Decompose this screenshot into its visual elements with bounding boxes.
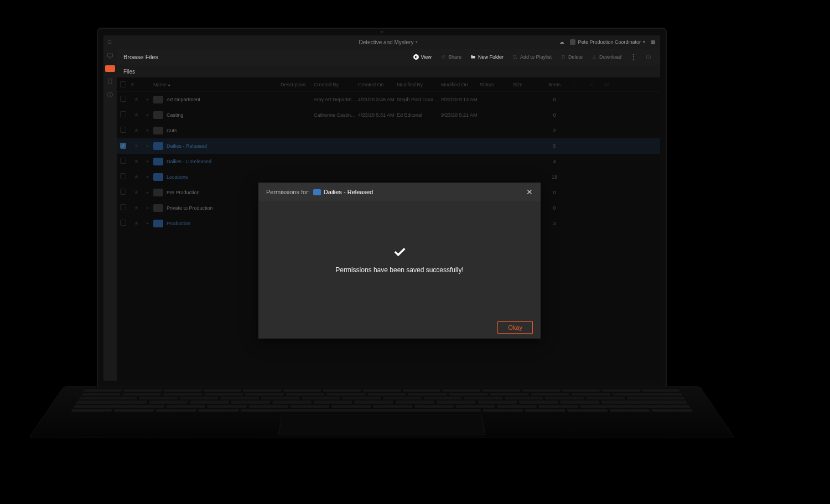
expand-icon[interactable]: ▸ [142, 174, 153, 179]
monitor-icon[interactable] [106, 52, 114, 60]
row-checkbox[interactable] [120, 173, 126, 179]
created-on-column-header[interactable]: Created On [358, 82, 397, 87]
main-area: Detective and Mystery ▾ ☁ Pete Productio… [117, 35, 660, 381]
items-cell: 5 [541, 143, 568, 149]
expand-icon[interactable]: ▸ [142, 190, 153, 195]
folder-name-cell[interactable]: Casting [153, 111, 281, 119]
expand-icon[interactable]: ▸ [142, 112, 153, 117]
laptop-base [29, 386, 735, 438]
info-icon[interactable] [106, 91, 114, 98]
breadcrumb-files[interactable]: Files [123, 69, 135, 75]
download-button[interactable]: Download [589, 53, 624, 61]
size-column-header[interactable]: Size [513, 82, 541, 87]
folder-icon [153, 158, 163, 165]
check-column-icon[interactable] [568, 82, 584, 87]
name-column-header[interactable]: Name▴ [153, 82, 281, 87]
star-icon[interactable]: ★ [130, 174, 142, 180]
row-checkbox[interactable] [120, 220, 126, 226]
user-menu[interactable]: Pete Production Coordinator ▾ [570, 39, 645, 45]
star-icon[interactable]: ★ [130, 127, 142, 133]
project-dropdown[interactable]: Detective and Mystery ▾ [359, 39, 418, 45]
folder-icon [153, 189, 163, 196]
table-row[interactable]: ★▸Dailies - Released5 [117, 138, 660, 154]
trackpad [278, 414, 485, 435]
app-switcher-icon[interactable]: ▦ [651, 39, 656, 45]
folder-name-cell[interactable]: Dailies - Released [153, 142, 281, 150]
info-panel-icon[interactable] [644, 53, 653, 61]
modal-header: Permissions for: Dailies - Released ✕ [258, 183, 541, 201]
table-row[interactable]: ★▸Cuts2 [117, 123, 660, 138]
expand-icon[interactable]: ▸ [142, 143, 153, 148]
comment-column-icon[interactable] [599, 82, 615, 87]
star-column-header[interactable]: ★ [130, 81, 142, 87]
expand-icon[interactable]: ▸ [142, 205, 153, 210]
expand-icon[interactable]: ▸ [142, 221, 153, 226]
items-column-header[interactable]: Items [541, 82, 568, 87]
close-icon[interactable]: ✕ [526, 188, 533, 196]
expand-icon[interactable]: ▸ [142, 97, 153, 102]
table-row[interactable]: ★▸CastingCatherine Casting Dir...4/23/20… [117, 107, 660, 123]
search-icon[interactable] [106, 39, 114, 46]
created-by-cell: Catherine Casting Dir... [314, 112, 358, 118]
items-cell: 0 [541, 112, 568, 118]
row-checkbox[interactable] [120, 96, 126, 102]
files-rail-icon[interactable] [105, 65, 115, 72]
created-on-cell: 4/21/20 3:48 AM [358, 97, 397, 102]
keyboard [70, 388, 693, 412]
top-bar: Detective and Mystery ▾ ☁ Pete Productio… [117, 35, 660, 49]
share-button[interactable]: Share [438, 53, 464, 61]
chevron-down-icon: ▾ [643, 40, 645, 44]
close-column-icon[interactable] [584, 82, 599, 87]
folder-name: Private to Production [167, 205, 213, 211]
svg-point-0 [108, 40, 111, 44]
modified-by-column-header[interactable]: Modified By [397, 82, 441, 87]
permissions-modal: Permissions for: Dailies - Released ✕ Pe… [258, 183, 541, 339]
row-checkbox[interactable] [120, 127, 126, 133]
cloud-upload-icon[interactable]: ☁ [559, 39, 564, 45]
star-icon[interactable]: ★ [130, 112, 142, 118]
svg-rect-4 [108, 79, 112, 84]
star-icon[interactable]: ★ [130, 205, 142, 211]
table-row[interactable]: ★▸Dailies - Unreleased4 [117, 154, 660, 169]
folder-name-cell[interactable]: Art Department [153, 96, 281, 103]
delete-button[interactable]: Delete [558, 53, 585, 61]
star-icon[interactable]: ★ [130, 220, 142, 226]
created-by-cell: Amy Art Department [314, 97, 358, 102]
folder-name-cell[interactable]: Dailies - Unreleased [153, 158, 281, 165]
modified-on-cell: 9/22/20 9:13 AM [441, 97, 480, 102]
okay-button[interactable]: Okay [497, 321, 533, 334]
row-checkbox[interactable] [120, 189, 126, 195]
new-folder-button[interactable]: New Folder [468, 53, 506, 61]
folder-name-cell[interactable]: Cuts [153, 127, 281, 134]
add-to-playlist-button[interactable]: Add to Playlist [510, 53, 554, 61]
checkmark-icon [392, 244, 407, 259]
row-checkbox[interactable] [120, 158, 126, 164]
expand-icon[interactable]: ▸ [142, 159, 153, 164]
modified-by-cell: Steph Post Coordinator [397, 97, 441, 102]
star-icon[interactable]: ★ [130, 96, 142, 102]
items-cell: 3 [541, 221, 568, 226]
folder-icon [153, 220, 163, 227]
description-column-header[interactable]: Description [281, 82, 314, 87]
row-checkbox[interactable] [120, 111, 126, 117]
folder-icon [153, 204, 163, 212]
row-checkbox[interactable] [120, 143, 126, 149]
more-icon[interactable]: ⋮ [628, 52, 639, 62]
view-button[interactable]: View [411, 53, 434, 61]
folder-icon [153, 142, 163, 150]
status-column-header[interactable]: Status [480, 82, 513, 87]
created-by-column-header[interactable]: Created By [314, 82, 358, 87]
star-icon[interactable]: ★ [130, 143, 142, 149]
page-title: Browse Files [123, 54, 158, 60]
row-checkbox[interactable] [120, 204, 126, 210]
modal-footer: Okay [258, 316, 541, 339]
select-all-checkbox[interactable] [120, 81, 126, 87]
modified-on-column-header[interactable]: Modified On [441, 82, 480, 87]
table-row[interactable]: ★▸Art DepartmentAmy Art Department4/21/2… [117, 92, 660, 107]
folder-name-cell[interactable]: Locations [153, 173, 281, 181]
created-on-cell: 4/23/20 5:31 AM [358, 112, 397, 118]
star-icon[interactable]: ★ [130, 158, 142, 164]
clipboard-icon[interactable] [106, 77, 114, 85]
expand-icon[interactable]: ▸ [142, 128, 153, 133]
star-icon[interactable]: ★ [130, 189, 142, 195]
